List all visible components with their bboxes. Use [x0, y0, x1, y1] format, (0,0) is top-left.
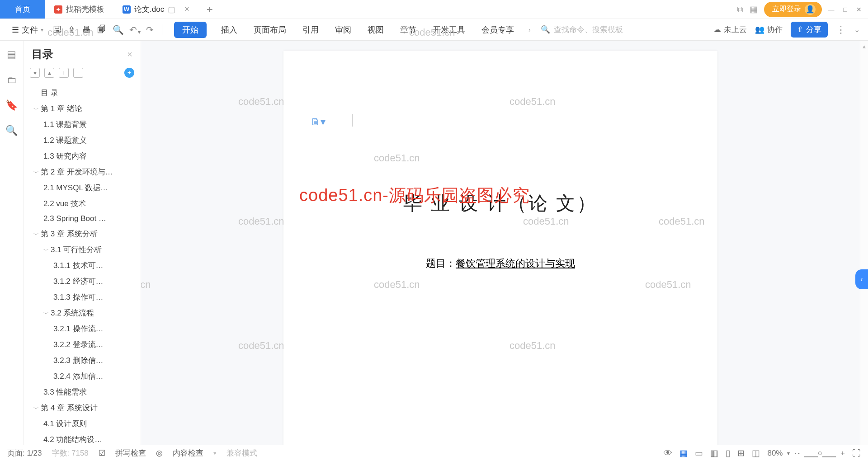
outline-item[interactable]: 4.1 设计原则 [25, 416, 138, 432]
find-rail-icon[interactable]: 🔍 [5, 125, 18, 136]
add-icon[interactable]: + [59, 68, 69, 78]
note-icon[interactable]: ◫ [752, 448, 760, 458]
ribbon-tab-insert[interactable]: 插入 [219, 22, 239, 38]
tab-templates[interactable]: ✦ 找稻壳模板 [45, 0, 113, 19]
outline-item[interactable]: 3.2.2 登录流… [25, 337, 138, 353]
outline-item[interactable]: 3.2.3 删除信… [25, 353, 138, 368]
collab-button[interactable]: 👥 协作 [755, 24, 783, 35]
outline-item[interactable]: 2.2 vue 技术 [25, 196, 138, 212]
spellcheck-label[interactable]: 拼写检查 [115, 448, 146, 458]
menu-button[interactable]: ☰ 文件 ▾ [8, 23, 47, 37]
outline-item[interactable]: 4.2 功能结构设… [25, 432, 138, 445]
outline-item[interactable]: 3.2.4 添加信… [25, 368, 138, 384]
outline-item[interactable]: ﹀第 1 章 绪论 [25, 101, 138, 117]
ribbon-tab-reference[interactable]: 引用 [301, 22, 321, 38]
content-check-label[interactable]: 内容检查 [173, 448, 203, 458]
outline-item[interactable]: 3.2.1 操作流… [25, 321, 138, 337]
close-button[interactable]: ✕ [856, 6, 862, 13]
outline-item[interactable]: ﹀3.2 系统流程 [25, 305, 138, 321]
maximize-button[interactable]: □ [844, 6, 847, 13]
watermark-grey: code51.cn [374, 279, 420, 291]
view-web-icon[interactable]: ▭ [695, 448, 703, 458]
outline-item[interactable]: 2.1 MYSQL 数据… [25, 180, 138, 196]
cloud-icon: ☁ [713, 25, 721, 34]
outline-item[interactable]: ﹀第 3 章 系统分析 [25, 226, 138, 242]
outline-item[interactable]: 3.3 性能需求 [25, 384, 138, 400]
outline-item[interactable]: 3.1.2 经济可… [25, 273, 138, 289]
minimize-button[interactable]: — [828, 6, 835, 13]
scroll-up-icon[interactable]: ▲ [862, 43, 867, 50]
ai-assistant-icon[interactable]: ✦ [124, 68, 134, 78]
ribbon-tab-view[interactable]: 视图 [366, 22, 386, 38]
tools-icon[interactable]: ⊞ [737, 448, 745, 458]
present-icon[interactable]: ▢ [168, 5, 175, 14]
view-read-icon[interactable]: ▯ [726, 448, 730, 458]
view-outline-icon[interactable]: ▥ [710, 448, 718, 458]
apps-icon[interactable]: ▦ [750, 4, 758, 14]
new-tab-button[interactable]: + [198, 0, 221, 19]
zoom-control[interactable]: 80% ▾ - - ⎯⎯⎯○⎯⎯⎯ + [767, 449, 845, 458]
remove-icon[interactable]: − [73, 68, 83, 78]
zoom-slider[interactable]: ⎯⎯⎯○⎯⎯⎯ [804, 449, 836, 458]
spellcheck-toggle-icon[interactable]: ☑ [99, 448, 105, 458]
share-button[interactable]: ⇧ 分享 [791, 22, 828, 38]
layout-icon[interactable]: ⧉ [737, 5, 743, 14]
ribbon-tab-chapter[interactable]: 章节 [398, 22, 418, 38]
login-button[interactable]: 立即登录 👤 [764, 2, 822, 17]
command-search[interactable]: 🔍 查找命令、搜索模板 [541, 24, 649, 35]
outline-toolbar: ▾ ▴ + − ✦ [24, 66, 141, 82]
outline-item[interactable]: 3.1.1 技术可… [25, 258, 138, 273]
cloud-status[interactable]: ☁ 未上云 [713, 24, 747, 35]
zoom-out-button[interactable]: - - [794, 450, 799, 456]
collapse-all-icon[interactable]: ▾ [30, 68, 40, 78]
save-icon[interactable]: 🖫 [52, 24, 61, 35]
files-rail-icon[interactable]: 🗀 [7, 74, 17, 86]
outline-item[interactable]: 1.2 课题意义 [25, 132, 138, 148]
vertical-scrollbar[interactable]: ▲ [860, 41, 868, 445]
zoom-in-button[interactable]: + [840, 449, 845, 458]
ribbon-tab-member[interactable]: 会员专享 [480, 22, 516, 38]
side-handle[interactable]: ‹ [855, 269, 868, 289]
outline-tree: 目 录﹀第 1 章 绪论1.1 课题背景1.2 课题意义1.3 研究内容﹀第 2… [24, 82, 141, 445]
view-page-icon[interactable]: ▦ [679, 448, 688, 458]
expand-all-icon[interactable]: ▴ [44, 68, 54, 78]
outline-item[interactable]: ﹀3.1 可行性分析 [25, 242, 138, 258]
outline-rail-icon[interactable]: ▤ [7, 49, 16, 61]
page-indicator-icon[interactable]: 🗎▾ [311, 116, 326, 128]
page-indicator[interactable]: 页面: 1/23 [7, 448, 42, 458]
document-canvas[interactable]: 🗎▾ 毕 业 设 计（论 文） 题目：餐饮管理系统的设计与实现 code51.c… [141, 41, 860, 445]
ribbon-right: ☁ 未上云 👥 协作 ⇧ 分享 ⋮ ⌄ [713, 22, 860, 38]
collapse-ribbon[interactable]: ⌄ [854, 25, 860, 34]
outline-item[interactable]: 3.1.3 操作可… [25, 289, 138, 305]
outline-item[interactable]: 目 录 [25, 85, 138, 101]
undo-button[interactable]: ↶ [129, 24, 137, 35]
tab-document[interactable]: W 论文.doc ▢ × [113, 0, 198, 19]
content-check-icon[interactable]: ◎ [156, 448, 163, 458]
close-panel-icon[interactable]: × [127, 49, 132, 60]
ribbon-tab-review[interactable]: 审阅 [333, 22, 353, 38]
more-button[interactable]: ⋮ [836, 24, 846, 36]
bookmark-rail-icon[interactable]: 🔖 [5, 99, 18, 111]
ribbon-more[interactable]: › [528, 26, 531, 33]
export-icon[interactable]: ⇪ [68, 24, 75, 35]
fullscreen-icon[interactable]: ⛶ [852, 448, 861, 458]
watermark-grey: code51.cn [659, 216, 705, 227]
close-tab-icon[interactable]: × [184, 5, 189, 14]
ribbon-tab-dev[interactable]: 开发工具 [431, 22, 467, 38]
document-page[interactable]: 🗎▾ 毕 业 设 计（论 文） 题目：餐饮管理系统的设计与实现 code51.c… [283, 51, 717, 445]
tab-home[interactable]: 首页 [0, 0, 45, 19]
eye-icon[interactable]: 👁 [664, 448, 672, 458]
outline-item[interactable]: ﹀第 4 章 系统设计 [25, 400, 138, 416]
word-count[interactable]: 字数: 7158 [52, 448, 89, 458]
preview-icon[interactable]: 🗐 [97, 24, 106, 35]
search-icon[interactable]: 🔍 [113, 24, 124, 35]
redo-button[interactable]: ↷ [146, 24, 154, 35]
outline-item[interactable]: 2.3 Spring Boot … [25, 212, 138, 226]
outline-item[interactable]: ﹀第 2 章 开发环境与… [25, 164, 138, 180]
outline-item[interactable]: 1.3 研究内容 [25, 148, 138, 164]
ribbon-tab-layout[interactable]: 页面布局 [252, 22, 288, 38]
print-icon[interactable]: 🖶 [82, 24, 91, 35]
outline-item[interactable]: 1.1 课题背景 [25, 117, 138, 132]
status-bar: 页面: 1/23 字数: 7158 ☑ 拼写检查 ◎ 内容检查▾ 兼容模式 👁 … [0, 445, 868, 461]
ribbon-tab-start[interactable]: 开始 [174, 22, 207, 38]
